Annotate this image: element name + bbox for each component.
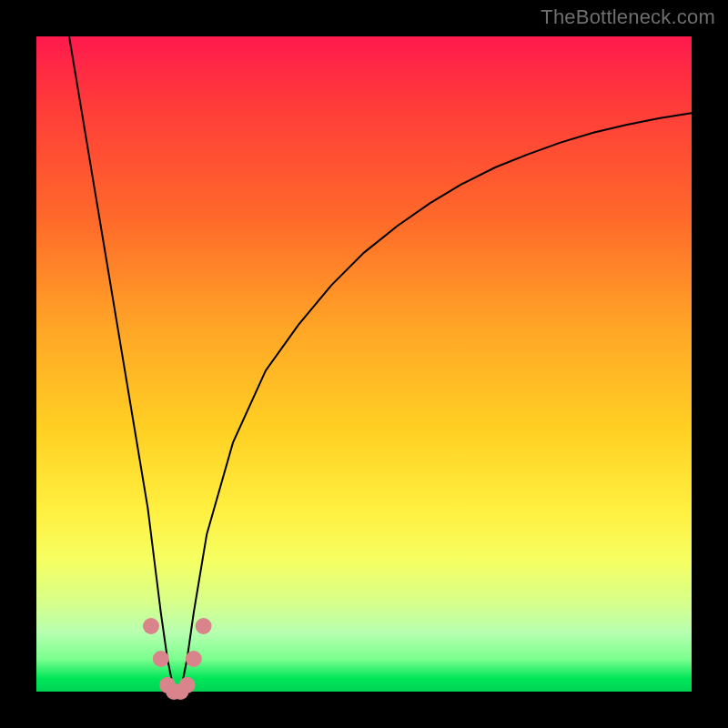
highlight-marker <box>186 651 202 667</box>
curve-svg <box>36 36 692 692</box>
highlight-marker <box>143 618 159 634</box>
chart-frame: TheBottleneck.com <box>0 0 728 728</box>
marker-group <box>143 618 212 700</box>
watermark-text: TheBottleneck.com <box>541 5 715 29</box>
highlight-marker <box>179 677 196 693</box>
highlight-marker <box>153 651 169 667</box>
plot-area <box>36 36 692 692</box>
bottleneck-curve <box>69 36 692 692</box>
highlight-marker <box>196 618 212 634</box>
